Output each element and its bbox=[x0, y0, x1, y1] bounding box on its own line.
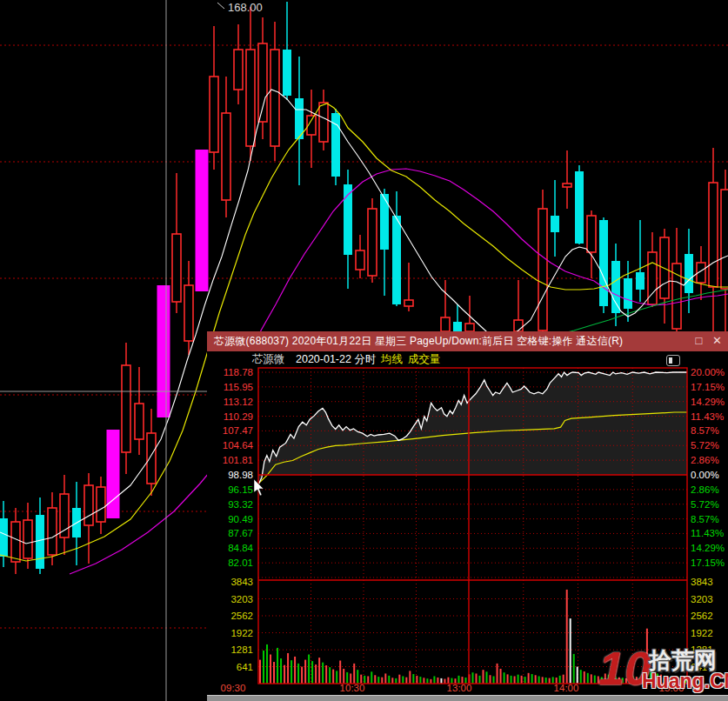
axis-label: 0.00% bbox=[691, 470, 719, 480]
axis-label: 2562 bbox=[230, 611, 253, 621]
axis-label: 5.72% bbox=[691, 499, 719, 510]
session-date-label: 2020-01-22 分时 bbox=[296, 351, 376, 368]
axis-label: 113.12 bbox=[224, 397, 253, 407]
maximize-icon[interactable]: □ bbox=[692, 335, 705, 347]
axis-label: 98.98 bbox=[228, 470, 253, 480]
axis-label: 3843 bbox=[691, 577, 713, 587]
axis-label: 84.84 bbox=[228, 543, 253, 553]
axis-label: 8.57% bbox=[691, 425, 719, 436]
axis-label: 93.32 bbox=[228, 499, 253, 510]
axis-label: 17.15% bbox=[691, 382, 725, 392]
popup-title: 芯源微(688037) 2020年01月22日 星期三 PageUp/Down:… bbox=[207, 335, 623, 347]
panel-toggle-icon[interactable] bbox=[666, 355, 680, 366]
time-label: 14:00 bbox=[554, 683, 579, 693]
axis-label: 1281 bbox=[230, 644, 253, 655]
axis-label: 2562 bbox=[691, 611, 713, 621]
axis-label: 1922 bbox=[691, 628, 713, 638]
intraday-popup-window: 芯源微(688037) 2020年01月22日 星期三 PageUp/Down:… bbox=[207, 331, 728, 701]
axis-label: 101.81 bbox=[223, 455, 253, 465]
axis-label: 115.95 bbox=[224, 382, 253, 392]
axis-label: 11.43% bbox=[691, 528, 724, 538]
axis-label: 14.29% bbox=[691, 543, 725, 553]
axis-label: 82.01 bbox=[228, 557, 253, 568]
axis-label: 118.78 bbox=[224, 367, 253, 377]
axis-label: 20.00% bbox=[691, 367, 725, 377]
popup-header: 芯源微 2020-01-22 分时 均线 成交量 bbox=[207, 351, 728, 367]
axis-label: 8.57% bbox=[691, 514, 719, 524]
axis-label: 3843 bbox=[230, 577, 253, 587]
volume-legend-label[interactable]: 成交量 bbox=[408, 351, 441, 368]
axis-label: 14.29% bbox=[691, 397, 725, 407]
time-label: 09:30 bbox=[221, 683, 246, 693]
axis-label: 1281 bbox=[691, 644, 713, 655]
tdx-screen: 168.00 芯源微(688037) 2020年01月22日 星期三 PageU… bbox=[0, 0, 728, 701]
popup-bottom-border bbox=[207, 695, 728, 701]
axis-label: 96.15 bbox=[228, 484, 253, 495]
axis-label: 87.67 bbox=[228, 528, 253, 538]
axis-label: 11.43% bbox=[691, 411, 724, 422]
time-label: 15:00 bbox=[659, 683, 685, 693]
axis-label: 641 bbox=[691, 662, 707, 672]
time-label: 13:00 bbox=[447, 683, 472, 693]
stock-name-label: 芯源微 bbox=[252, 351, 285, 368]
axis-label: 2.86% bbox=[691, 455, 719, 465]
ma-legend-label[interactable]: 均线 bbox=[381, 351, 403, 368]
high-price-annotation: 168.00 bbox=[228, 1, 263, 14]
axis-label: 641 bbox=[237, 662, 253, 672]
close-icon[interactable]: ✕ bbox=[711, 335, 724, 347]
axis-label: 110.29 bbox=[224, 411, 253, 422]
axis-label: 3203 bbox=[230, 594, 253, 604]
time-label: 10:30 bbox=[340, 683, 365, 693]
axis-label: 2.86% bbox=[691, 484, 719, 495]
axis-label: 3203 bbox=[691, 594, 713, 604]
axis-label: 90.49 bbox=[228, 514, 253, 524]
axis-label: 1922 bbox=[230, 628, 253, 638]
axis-label: 5.72% bbox=[691, 440, 719, 451]
axis-label: 17.15% bbox=[691, 557, 725, 568]
popup-titlebar[interactable]: 芯源微(688037) 2020年01月22日 星期三 PageUp/Down:… bbox=[207, 331, 728, 351]
axis-label: 104.64 bbox=[223, 440, 253, 451]
axis-label: 107.47 bbox=[223, 425, 253, 436]
intraday-minute-chart[interactable] bbox=[207, 331, 728, 701]
